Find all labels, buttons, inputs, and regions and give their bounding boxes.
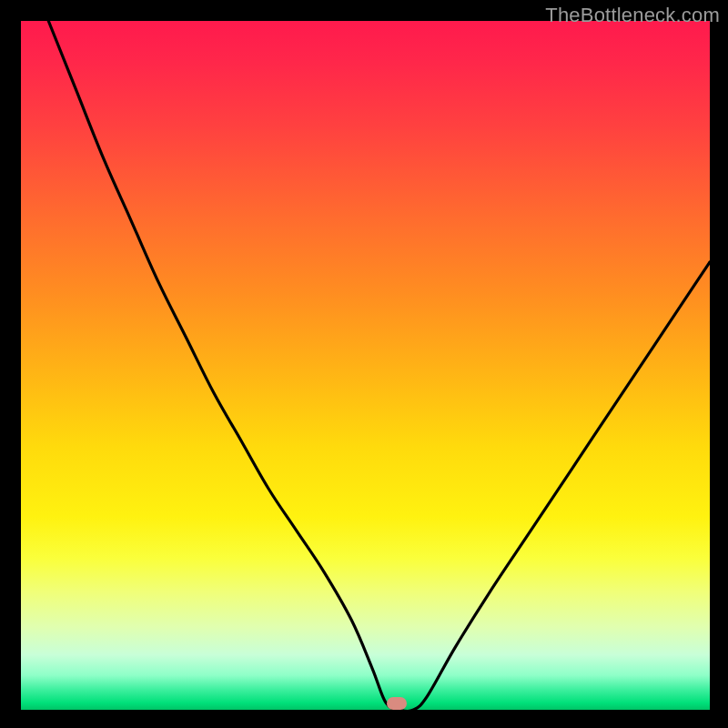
plot-area xyxy=(21,21,710,710)
optimal-marker xyxy=(387,697,407,710)
watermark-text: TheBottleneck.com xyxy=(545,4,720,27)
chart-frame: TheBottleneck.com xyxy=(0,0,728,728)
bottleneck-curve xyxy=(21,21,710,710)
